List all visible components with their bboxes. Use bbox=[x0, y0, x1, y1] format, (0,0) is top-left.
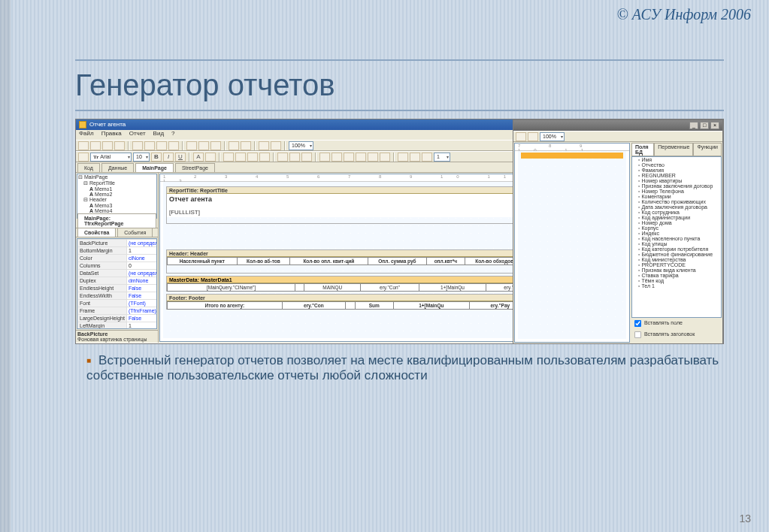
frame-color-icon[interactable] bbox=[410, 153, 420, 162]
tree-node[interactable]: AMemo1 bbox=[77, 186, 156, 192]
menu-Отчет[interactable]: Отчет bbox=[129, 130, 146, 137]
minimize-button[interactable]: _ bbox=[689, 122, 698, 129]
italic-icon[interactable]: I bbox=[163, 153, 174, 162]
new-dialog-icon[interactable] bbox=[144, 141, 155, 150]
db-field[interactable]: ▫ Код категории потребителя bbox=[632, 246, 721, 252]
tree-node[interactable]: AMemo3 bbox=[77, 203, 156, 208]
ungroup-icon[interactable] bbox=[271, 141, 281, 150]
db-field[interactable]: ▫ Признак заключения договор bbox=[632, 183, 721, 189]
cell[interactable] bbox=[295, 284, 304, 292]
tab-MainPage[interactable]: MainPage bbox=[135, 163, 174, 172]
new-icon[interactable] bbox=[78, 141, 89, 150]
db-field[interactable]: ▫ Отчество bbox=[632, 162, 721, 168]
frame-left-icon[interactable] bbox=[344, 153, 354, 162]
align-center-icon[interactable] bbox=[235, 153, 246, 162]
property-row[interactable]: EndlessWidthFalse bbox=[78, 292, 158, 300]
group-icon[interactable] bbox=[259, 141, 269, 150]
cut-icon[interactable] bbox=[186, 141, 197, 150]
close-button[interactable]: × bbox=[710, 122, 719, 129]
db-field[interactable]: ▫ Имя bbox=[632, 157, 721, 162]
redo-icon[interactable] bbox=[241, 141, 251, 150]
header-cell[interactable]: Опл. сумма руб bbox=[368, 258, 427, 265]
db-field[interactable]: ▫ Фамилия bbox=[632, 168, 721, 173]
secondary-titlebar[interactable]: _ □ × bbox=[513, 120, 722, 131]
dbtab-Функции[interactable]: Функции bbox=[693, 143, 722, 156]
align-left-icon[interactable] bbox=[223, 153, 234, 162]
insert-field-checkbox[interactable]: Вставлять поле bbox=[631, 318, 722, 329]
property-row[interactable]: LargeDesignHeightFalse bbox=[78, 315, 158, 322]
frame-none-icon[interactable] bbox=[380, 153, 390, 162]
property-row[interactable]: BottomMargin1 bbox=[78, 247, 158, 255]
align-right-icon[interactable] bbox=[247, 153, 258, 162]
header-cell[interactable]: Кол-во аб-тов bbox=[237, 258, 289, 265]
save-icon[interactable] bbox=[102, 141, 113, 150]
frame-all-icon[interactable] bbox=[368, 153, 378, 162]
zoom-combo[interactable]: 100% bbox=[289, 141, 313, 150]
db-field[interactable]: ▫ Код министерства bbox=[632, 257, 721, 262]
report-tree[interactable]: ⊟ MainPage⊟ ReportTitleAMemo1AMemo2⊟ Hea… bbox=[77, 174, 157, 219]
cell[interactable]: [MainQuery."CIName"] bbox=[168, 284, 295, 292]
tree-node[interactable]: ⊟ Header bbox=[77, 197, 156, 203]
tab-Код[interactable]: Код bbox=[77, 163, 100, 172]
property-inspector[interactable]: BackPicture(не определен)BottomMargin1Co… bbox=[77, 238, 157, 329]
dbtab-Поля БД[interactable]: Поля БД bbox=[631, 143, 654, 156]
page-surface[interactable] bbox=[518, 151, 626, 339]
valign-top-icon[interactable] bbox=[277, 153, 288, 162]
frame-bot-icon[interactable] bbox=[332, 153, 342, 162]
header-cell[interactable]: опл.квт*ч bbox=[427, 258, 465, 265]
tab-События[interactable]: События bbox=[117, 228, 153, 237]
tab-Свойства[interactable]: Свойства bbox=[77, 228, 116, 237]
property-row[interactable]: DataSet(не определен) bbox=[78, 270, 158, 277]
cell[interactable]: Sum bbox=[356, 302, 393, 310]
db-field[interactable]: ▫ Индекс bbox=[632, 231, 721, 236]
tree-node[interactable]: ⊟ MainPage bbox=[77, 174, 156, 180]
fontcolor-icon[interactable]: A bbox=[193, 153, 204, 162]
db-field[interactable]: ▫ Код администрации bbox=[632, 215, 721, 220]
db-field[interactable]: ▫ Дата заключения договора bbox=[632, 204, 721, 210]
tree-node[interactable]: AMemo4 bbox=[77, 208, 156, 213]
undo-icon[interactable] bbox=[229, 141, 239, 150]
db-field[interactable]: ▫ Тел 1 bbox=[632, 283, 721, 289]
page-settings-icon[interactable] bbox=[168, 141, 179, 150]
copy-icon[interactable] bbox=[198, 141, 209, 150]
property-row[interactable]: EndlessHeightFalse bbox=[78, 285, 158, 292]
db-field[interactable]: ▫ Код сотрудника bbox=[632, 210, 721, 215]
secondary-data-tree[interactable]: ▫ Имя▫ Отчество▫ Фамилия▫ REGNUMBER▫ Ном… bbox=[631, 156, 722, 318]
property-row[interactable]: Columns0 bbox=[78, 262, 158, 270]
db-field[interactable]: ▫ Коментарии bbox=[632, 194, 721, 199]
menu-?[interactable]: ? bbox=[171, 130, 174, 137]
property-row[interactable]: BackPicture(не определен) bbox=[78, 240, 158, 247]
db-field[interactable]: ▫ Количество проживающих bbox=[632, 199, 721, 204]
header-cell[interactable]: Населенный пункт bbox=[168, 258, 238, 265]
secondary-canvas[interactable]: 7 8 9 10 11 12 13 bbox=[514, 143, 630, 343]
cell[interactable]: Итого по агенту: bbox=[168, 302, 283, 310]
maximize-button[interactable]: □ bbox=[700, 122, 709, 129]
cell[interactable]: ery."Con" bbox=[361, 284, 419, 292]
open-icon[interactable] bbox=[90, 141, 101, 150]
frame-right-icon[interactable] bbox=[356, 153, 366, 162]
paste-icon[interactable] bbox=[210, 141, 221, 150]
nosel-icon[interactable] bbox=[78, 153, 89, 162]
db-field[interactable]: ▫ Тёмн код bbox=[632, 278, 721, 283]
valign-mid-icon[interactable] bbox=[289, 153, 300, 162]
cell[interactable] bbox=[345, 302, 355, 310]
insert-header-checkbox[interactable]: Вставлять заголовок bbox=[631, 329, 722, 340]
tab-Данные[interactable]: Данные bbox=[101, 163, 134, 172]
cell[interactable]: MAINQU bbox=[304, 284, 361, 292]
font-name-combo[interactable]: TrArial bbox=[90, 153, 132, 162]
masterdata-band[interactable] bbox=[521, 153, 623, 159]
frame-top-icon[interactable] bbox=[319, 153, 330, 162]
icon[interactable] bbox=[528, 132, 538, 141]
cell[interactable]: 1+[MainQu bbox=[419, 284, 486, 292]
dbtab-Переменные[interactable]: Переменные bbox=[654, 143, 693, 156]
delete-page-icon[interactable] bbox=[156, 141, 167, 150]
db-field[interactable]: ▫ Номер квартиры bbox=[632, 178, 721, 183]
fill-color-icon[interactable] bbox=[398, 153, 408, 162]
data-tree-tabs[interactable]: Поля БДПеременныеФункции bbox=[631, 143, 722, 156]
db-field[interactable]: ▫ Код улицы bbox=[632, 241, 721, 246]
header-cell[interactable]: Кол-во опл. квит-ций bbox=[290, 258, 368, 265]
property-row[interactable]: Frame(TfrxFrame) bbox=[78, 307, 158, 315]
property-row[interactable]: LeftMargin1 bbox=[78, 322, 158, 330]
icon[interactable] bbox=[516, 132, 526, 141]
db-field[interactable]: ▫ Бюджетное финансирование bbox=[632, 252, 721, 257]
